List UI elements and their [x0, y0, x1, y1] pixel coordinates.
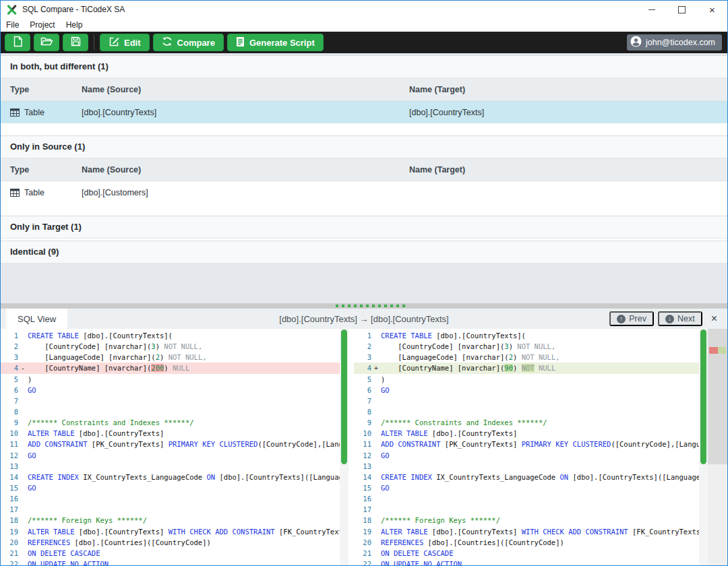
open-project-button[interactable] [34, 34, 59, 51]
diff-marker [18, 385, 28, 396]
table-icon [10, 108, 20, 117]
section-body [1, 123, 727, 135]
line-number: 10 [1, 428, 18, 439]
diff-row[interactable]: Table[dbo].[Customers] [1, 181, 727, 203]
code-line: 15GO [354, 482, 699, 493]
menu-file[interactable]: File [1, 20, 24, 30]
app-window: SQL Compare - TiCodeX SA × File Project … [0, 0, 728, 566]
code-line: 7 [354, 396, 699, 406]
section-header[interactable]: Only in Source (1) [1, 135, 727, 158]
diff-marker [371, 537, 381, 548]
diff-marker [18, 482, 28, 493]
menu-help[interactable]: Help [61, 20, 88, 30]
section-header[interactable]: In both, but different (1) [1, 55, 727, 78]
target-scrollbar[interactable] [699, 329, 708, 565]
line-number: 15 [354, 482, 371, 493]
diff-row[interactable]: Table[dbo].[CountryTexts][dbo].[CountryT… [1, 101, 727, 123]
sql-view-tabstrip: SQL View [dbo].[CountryTexts] → [dbo].[C… [1, 309, 727, 329]
target-scrollbar-thumb[interactable] [700, 329, 706, 464]
code-line: 4+ [CountryName] [nvarchar](90) NOT NULL [354, 363, 699, 373]
diff-marker [18, 461, 28, 472]
code-line: 5) [354, 374, 699, 385]
diff-marker [371, 428, 381, 439]
compare-button[interactable]: Compare [153, 34, 224, 51]
line-number: 12 [1, 450, 18, 461]
diff-marker [18, 396, 28, 406]
line-number: 11 [1, 439, 18, 449]
close-icon: × [709, 5, 715, 15]
line-number: 13 [1, 461, 18, 472]
close-sql-view-button[interactable]: × [708, 313, 721, 325]
diff-marker [18, 450, 28, 461]
compare-sync-icon [162, 36, 173, 49]
window-title: SQL Compare - TiCodeX SA [22, 5, 125, 14]
prev-label: Prev [629, 314, 646, 323]
generate-script-button[interactable]: Generate Script [227, 34, 324, 51]
close-button[interactable]: × [697, 1, 727, 18]
code-line: 11ADD CONSTRAINT [PK_CountryTexts] PRIMA… [354, 439, 699, 449]
minimize-button[interactable] [636, 1, 667, 18]
code-line: 17 [1, 504, 340, 515]
user-account-button[interactable]: john@ticodex.com [627, 34, 722, 51]
section-header[interactable]: Only in Target (1) [1, 216, 727, 239]
diff-marker [18, 472, 28, 482]
diff-overview-ruler [708, 329, 727, 565]
type-label: Table [24, 188, 44, 197]
diff-marker [371, 406, 381, 417]
code-line: 20REFERENCES [dbo].[Countries]([CountryC… [1, 537, 340, 548]
diff-marker [18, 374, 28, 385]
line-number: 22 [354, 559, 371, 565]
line-number: 6 [354, 385, 371, 396]
line-number: 2 [1, 341, 18, 352]
column-header: Type [10, 165, 82, 175]
line-number: 20 [1, 537, 18, 548]
diff-marker [371, 450, 381, 461]
diff-marker [18, 548, 28, 559]
tab-sql-view[interactable]: SQL View [6, 309, 67, 329]
line-number: 1 [1, 330, 18, 341]
diff-marker [18, 559, 28, 565]
diff-marker: + [371, 363, 381, 373]
diff-marker [371, 526, 381, 537]
compare-button-label: Compare [177, 38, 215, 48]
line-number: 5 [1, 374, 18, 385]
next-diff-button[interactable]: ↓ Next [658, 311, 702, 326]
maximize-button[interactable] [667, 1, 697, 18]
line-number: 16 [354, 493, 371, 504]
prev-diff-button[interactable]: ↑ Prev [609, 311, 654, 326]
type-cell: Table [10, 108, 82, 117]
column-header-row: TypeName (Source)Name (Target) [1, 78, 727, 101]
diff-marker [18, 515, 28, 526]
code-line: 19ALTER TABLE [dbo].[CountryTexts] WITH … [1, 526, 340, 537]
section-header[interactable]: Identical (9) [1, 241, 727, 263]
line-number: 21 [1, 548, 18, 559]
sql-pane-source[interactable]: 1CREATE TABLE [dbo].[CountryTexts](2 [Co… [1, 329, 340, 565]
source-scrollbar[interactable] [340, 329, 348, 565]
diff-marker [371, 396, 381, 406]
sql-pane-target[interactable]: 1CREATE TABLE [dbo].[CountryTexts](2 [Co… [348, 329, 699, 565]
new-file-button[interactable] [5, 34, 30, 51]
splitter-grip-icon [336, 305, 405, 307]
line-number: 22 [1, 559, 18, 565]
horizontal-splitter[interactable] [1, 303, 727, 309]
overview-removed-mark [709, 347, 718, 354]
toolbar-separator [94, 34, 94, 51]
code-line: 3 [LanguageCode] [nvarchar](2) NOT NULL, [354, 352, 699, 363]
section-body [1, 203, 727, 216]
code-line: 21ON DELETE CASCADE [354, 548, 699, 559]
diff-marker [371, 330, 381, 341]
minimize-icon [648, 9, 655, 10]
edit-button-label: Edit [124, 38, 141, 48]
diff-marker [371, 461, 381, 472]
next-label: Next [677, 314, 695, 323]
code-line: 16 [354, 493, 699, 504]
script-document-icon [236, 36, 245, 49]
diff-marker [371, 559, 381, 565]
code-line: 14CREATE INDEX IX_CountryTexts_LanguageC… [354, 472, 699, 482]
code-line: 19ALTER TABLE [dbo].[CountryTexts] WITH … [354, 526, 699, 537]
menu-project[interactable]: Project [24, 20, 60, 30]
edit-button[interactable]: Edit [100, 34, 150, 51]
diff-marker [371, 472, 381, 482]
source-scrollbar-thumb[interactable] [341, 329, 347, 464]
save-project-button[interactable] [63, 34, 88, 51]
